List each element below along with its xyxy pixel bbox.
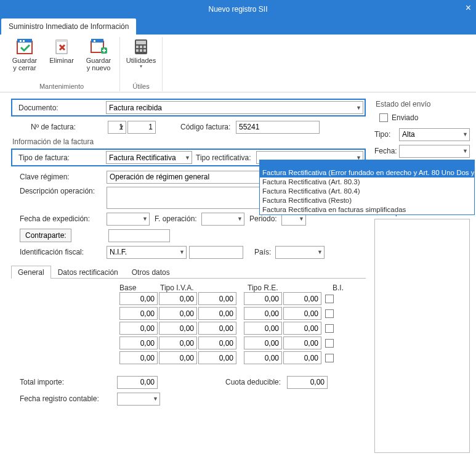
pais-select[interactable] <box>275 246 325 259</box>
num-factura-serie-input[interactable] <box>108 121 126 134</box>
dropdown-option[interactable]: Factura Rectificativa en facturas simpli… <box>260 205 474 214</box>
id-fiscal-value-input[interactable] <box>189 246 243 259</box>
bi-checkbox[interactable] <box>325 354 334 362</box>
cuota-re-cell[interactable] <box>283 337 321 349</box>
codigo-factura-input[interactable] <box>236 121 320 134</box>
tipo-re-cell[interactable] <box>244 351 282 364</box>
num-factura-num-input[interactable] <box>127 121 156 134</box>
tipo-factura-select[interactable] <box>106 151 192 164</box>
grid-row <box>119 307 366 320</box>
bi-checkbox[interactable] <box>325 295 334 303</box>
base-cell[interactable] <box>119 292 158 305</box>
base-cell[interactable] <box>119 351 158 364</box>
calculator-icon <box>132 38 150 55</box>
ribbon-group-label: Útiles <box>132 83 150 90</box>
dropdown-option[interactable]: Factura Rectificativa (Art. 80.3) <box>260 177 474 187</box>
envio-fecha-input[interactable] <box>399 145 470 158</box>
title-bar: Nuevo registro SII × <box>0 0 476 18</box>
content-area: Documento: ▼ Nº de factura: ▼ Código fac… <box>0 92 476 453</box>
fecha-reg-contable-input[interactable] <box>117 393 160 406</box>
cuota-deducible-input[interactable] <box>287 376 328 389</box>
svg-rect-2 <box>20 40 22 42</box>
total-importe-label: Total importe: <box>11 378 117 386</box>
total-importe-input[interactable] <box>117 376 158 389</box>
utilities-button[interactable]: Utilidades ▾ <box>125 37 157 78</box>
fecha-exp-label: Fecha de expedición: <box>11 214 107 223</box>
delete-icon <box>52 38 71 55</box>
tipo-re-cell[interactable] <box>244 307 282 320</box>
svg-rect-14 <box>143 46 146 48</box>
tabs-bar: General Datos rectificación Otros datos <box>11 265 366 279</box>
base-cell[interactable] <box>119 322 158 335</box>
col-bi: B.I. <box>329 284 344 292</box>
pais-label: País: <box>254 248 275 256</box>
estado-envio-header: Estado del envío <box>376 100 470 108</box>
tipo-re-cell[interactable] <box>244 292 282 305</box>
save-close-icon <box>15 38 34 55</box>
tipo-iva-cell[interactable] <box>159 322 197 335</box>
dropdown-option[interactable]: Factura Rectificativa (Art. 80.4) <box>260 187 474 196</box>
cuota-re-cell[interactable] <box>283 292 321 305</box>
enviado-label: Enviado <box>392 113 418 122</box>
tipo-re-cell[interactable] <box>244 322 282 335</box>
tipo-re-cell[interactable] <box>244 337 282 349</box>
num-factura-row: Nº de factura: ▼ Código factura: <box>11 120 366 134</box>
tab-otros[interactable]: Otros datos <box>125 266 177 279</box>
svg-rect-7 <box>91 39 103 43</box>
cuota-re-cell[interactable] <box>283 322 321 335</box>
dropdown-option[interactable]: Factura Rectificativa (Resto) <box>260 196 474 205</box>
tipo-factura-label: Tipo de factura: <box>14 153 106 162</box>
cuota-re-cell[interactable] <box>283 307 321 320</box>
contraparte-input[interactable] <box>108 229 170 242</box>
bi-checkbox[interactable] <box>325 339 334 348</box>
documento-select[interactable] <box>106 101 363 114</box>
ribbon-group-label: Mantenimiento <box>39 83 84 90</box>
right-panel: Estado del envío Enviado Tipo: ▼ Fecha: … <box>374 99 470 453</box>
tipo-iva-cell[interactable] <box>159 292 197 305</box>
bi-checkbox[interactable] <box>325 324 334 333</box>
window-title: Nuevo registro SII <box>208 5 267 14</box>
documento-row: Documento: ▼ <box>11 99 366 116</box>
cuota-iva-cell[interactable] <box>198 307 236 320</box>
envio-fecha-label: Fecha: <box>374 147 399 155</box>
envio-tipo-label: Tipo: <box>374 130 399 139</box>
envio-tipo-select[interactable] <box>399 128 470 141</box>
tab-general[interactable]: General <box>11 266 51 279</box>
cuota-re-cell[interactable] <box>283 351 321 364</box>
save-close-button[interactable]: Guardar y cerrar <box>9 37 41 78</box>
tipo-iva-cell[interactable] <box>159 351 197 364</box>
grid-row <box>119 322 366 335</box>
base-cell[interactable] <box>119 337 158 349</box>
cuota-iva-cell[interactable] <box>198 337 236 349</box>
enviado-checkbox[interactable] <box>379 113 388 122</box>
cuota-iva-cell[interactable] <box>198 351 236 364</box>
tipo-iva-cell[interactable] <box>159 307 197 320</box>
tipo-iva-cell[interactable] <box>159 337 197 349</box>
dropdown-option[interactable]: Factura Rectificativa (Error fundado en … <box>260 168 474 177</box>
ribbon-tab-strip: Suministro Inmediato de Información <box>0 18 476 35</box>
save-new-button[interactable]: Guardar y nuevo <box>83 37 115 78</box>
cuota-iva-cell[interactable] <box>198 292 236 305</box>
close-icon[interactable]: × <box>466 2 471 14</box>
fecha-reg-contable-label: Fecha registro contable: <box>11 394 117 403</box>
grid-row <box>119 337 366 349</box>
fecha-exp-input[interactable] <box>107 213 150 226</box>
svg-rect-3 <box>23 40 25 42</box>
id-fiscal-select[interactable] <box>107 246 187 259</box>
tab-datos-rect[interactable]: Datos rectificación <box>51 266 125 279</box>
ribbon-tab-sii[interactable]: Suministro Inmediato de Información <box>1 18 136 35</box>
f-operacion-input[interactable] <box>201 213 244 226</box>
desc-error-box <box>374 219 470 453</box>
svg-rect-15 <box>136 49 139 52</box>
f-operacion-label: F. operación: <box>155 214 201 223</box>
periodo-label: Periodo: <box>249 214 281 223</box>
base-cell[interactable] <box>119 307 158 320</box>
documento-label: Documento: <box>14 104 106 112</box>
delete-button[interactable]: Eliminar <box>46 37 78 78</box>
chevron-down-icon: ▾ <box>140 64 142 70</box>
iva-grid <box>11 292 366 364</box>
bi-checkbox[interactable] <box>325 309 334 318</box>
cuota-iva-cell[interactable] <box>198 322 236 335</box>
col-base: Base <box>119 284 159 292</box>
contraparte-button[interactable]: Contraparte: <box>20 229 71 242</box>
